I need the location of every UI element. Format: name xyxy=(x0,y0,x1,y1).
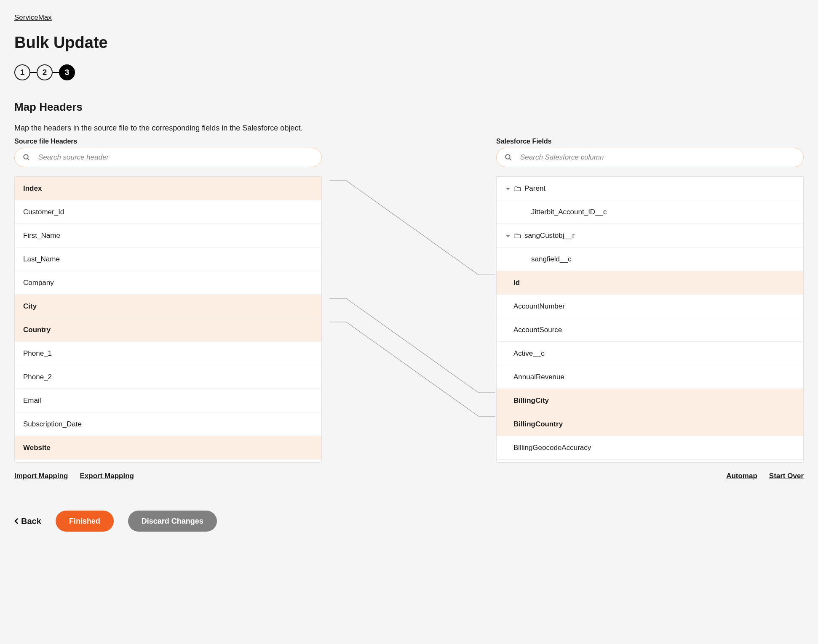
footer: Back Finished Discard Changes xyxy=(14,511,804,532)
salesforce-label: Salesforce Fields xyxy=(496,138,804,145)
folder-icon xyxy=(514,186,521,192)
source-item[interactable]: First_Name xyxy=(15,224,321,247)
tree-child[interactable]: sangfield__c xyxy=(497,247,803,271)
svg-point-0 xyxy=(24,154,28,159)
page-title: Bulk Update xyxy=(14,34,804,52)
source-item[interactable]: Last_Name xyxy=(15,247,321,271)
source-item[interactable]: Phone_2 xyxy=(15,365,321,389)
salesforce-column: Salesforce Fields Parent Jitterbit_Accou… xyxy=(496,138,804,463)
tree-node-label: Parent xyxy=(524,184,545,193)
start-over-link[interactable]: Start Over xyxy=(769,472,804,480)
salesforce-item[interactable]: AnnualRevenue xyxy=(497,365,803,389)
svg-line-3 xyxy=(509,158,511,160)
step-1[interactable]: 1 xyxy=(14,64,30,80)
source-item[interactable]: Phone_1 xyxy=(15,342,321,365)
section-desc: Map the headers in the source file to th… xyxy=(14,124,804,133)
salesforce-list[interactable]: Parent Jitterbit_Account_ID__c sangCusto… xyxy=(496,176,804,463)
automap-link[interactable]: Automap xyxy=(726,472,757,480)
tree-parent-node[interactable]: Parent xyxy=(497,177,803,200)
export-mapping-link[interactable]: Export Mapping xyxy=(80,472,134,480)
action-row: Import Mapping Export Mapping Automap St… xyxy=(14,472,804,480)
chevron-left-icon xyxy=(14,518,19,524)
tree-child[interactable]: Jitterbit_Account_ID__c xyxy=(497,200,803,224)
discard-changes-button[interactable]: Discard Changes xyxy=(128,511,217,532)
step-2[interactable]: 2 xyxy=(37,64,53,80)
step-3[interactable]: 3 xyxy=(59,64,75,80)
back-label: Back xyxy=(21,516,41,526)
salesforce-item[interactable]: Active__c xyxy=(497,342,803,365)
source-item[interactable]: Subscription_Date xyxy=(15,412,321,436)
salesforce-search-input[interactable] xyxy=(496,148,804,167)
source-item[interactable]: Website xyxy=(15,436,321,460)
finished-button[interactable]: Finished xyxy=(56,511,114,532)
source-label: Source file Headers xyxy=(14,138,322,145)
breadcrumb-link[interactable]: ServiceMax xyxy=(14,13,52,22)
chevron-down-icon xyxy=(505,186,511,192)
svg-line-1 xyxy=(27,158,29,160)
salesforce-item[interactable]: BillingCity xyxy=(497,389,803,412)
section-title: Map Headers xyxy=(14,101,804,114)
source-item[interactable]: Company xyxy=(15,271,321,295)
source-search-input[interactable] xyxy=(14,148,322,167)
svg-point-2 xyxy=(505,154,510,159)
step-connector xyxy=(53,72,59,73)
salesforce-item[interactable]: AccountNumber xyxy=(497,295,803,318)
back-button[interactable]: Back xyxy=(14,516,41,526)
search-icon xyxy=(23,154,30,161)
import-mapping-link[interactable]: Import Mapping xyxy=(14,472,68,480)
source-item[interactable]: Country xyxy=(15,318,321,342)
source-item[interactable]: Customer_Id xyxy=(15,200,321,224)
salesforce-item[interactable]: BillingGeocodeAccuracy xyxy=(497,436,803,460)
chevron-down-icon xyxy=(505,233,511,239)
tree-parent-node[interactable]: sangCustobj__r xyxy=(497,224,803,247)
stepper: 1 2 3 xyxy=(14,64,804,80)
salesforce-item[interactable]: BillingCountry xyxy=(497,412,803,436)
source-item[interactable]: Index xyxy=(15,177,321,200)
source-item[interactable]: Email xyxy=(15,389,321,412)
source-column: Source file Headers Index Customer_Id Fi… xyxy=(14,138,322,463)
salesforce-item[interactable]: AccountSource xyxy=(497,318,803,342)
step-connector xyxy=(30,72,37,73)
source-list[interactable]: Index Customer_Id First_Name Last_Name C… xyxy=(14,176,322,463)
mapping-connectors xyxy=(325,169,500,455)
folder-icon xyxy=(514,233,521,239)
tree-node-label: sangCustobj__r xyxy=(524,232,575,240)
source-item[interactable]: City xyxy=(15,295,321,318)
search-icon xyxy=(505,154,512,161)
salesforce-item[interactable]: Id xyxy=(497,271,803,295)
